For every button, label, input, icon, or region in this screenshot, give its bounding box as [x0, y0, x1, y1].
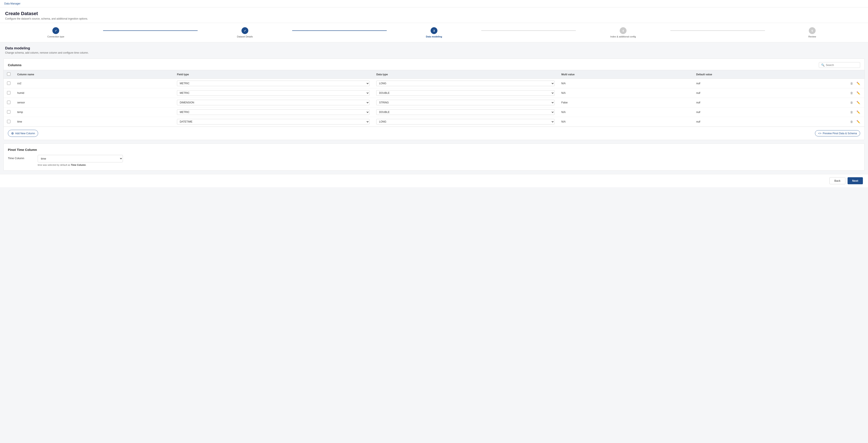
default-value-0: null: [693, 79, 846, 88]
add-col-label: Add New Column: [15, 132, 35, 135]
field-type-select-3[interactable]: METRICDIMENSIONDATETIME: [177, 109, 370, 115]
step-label-1: Connection type: [47, 35, 64, 38]
page-title: Create Dataset: [5, 11, 863, 16]
col-name-2: sensor: [14, 98, 174, 107]
page-wrapper: Data Manager Create Dataset Configure th…: [0, 0, 868, 443]
time-hint-emphasis: Time Column: [71, 164, 86, 166]
step-5: 5 Review: [765, 27, 860, 38]
columns-table: Column name Field type Data type Multi v…: [4, 70, 864, 127]
field-type-select-1[interactable]: METRICDIMENSIONDATETIME: [177, 90, 370, 96]
step-number-3: 3: [433, 29, 435, 32]
data-modeling-title: Data modeling: [5, 46, 863, 50]
step-circle-2: ✓: [242, 27, 248, 34]
th-column-name: Column name: [14, 70, 174, 79]
step-2: ✓ Dataset Details: [197, 27, 292, 38]
breadcrumb: Data Manager: [0, 0, 868, 7]
select-all-checkbox[interactable]: [7, 72, 10, 76]
data-type-select-0[interactable]: LONGDOUBLESTRINGBOOLEANINTFLOAT: [376, 81, 555, 86]
delete-row-0-button[interactable]: 🗑: [849, 81, 854, 86]
multi-value-3: N/A: [558, 107, 693, 117]
multi-value-4: N/A: [558, 117, 693, 127]
default-value-1: null: [693, 88, 846, 98]
delete-row-3-button[interactable]: 🗑: [849, 110, 854, 114]
time-column-select[interactable]: timeco2humidsensortemp: [38, 155, 123, 162]
field-type-select-2[interactable]: METRICDIMENSIONDATETIME: [177, 100, 370, 105]
time-section-title: Pinot Time Column: [8, 148, 860, 151]
stepper: ✓ Connection type ✓ Dataset Details 3 Da…: [8, 27, 860, 38]
th-checkbox: [4, 70, 14, 79]
stepper-container: ✓ Connection type ✓ Dataset Details 3 Da…: [0, 23, 868, 42]
default-value-3: null: [693, 107, 846, 117]
table-row: sensorMETRICDIMENSIONDATETIMELONGDOUBLES…: [4, 98, 864, 107]
step-checkmark-2: ✓: [244, 29, 246, 32]
data-modeling-header: Data modeling Change schema, add column,…: [0, 42, 868, 55]
step-circle-5: 5: [809, 27, 816, 34]
edit-row-4-button[interactable]: ✏️: [856, 120, 861, 124]
row-checkbox-2[interactable]: [7, 101, 10, 104]
code-icon: <>: [818, 132, 822, 135]
step-label-2: Dataset Details: [237, 35, 253, 38]
data-type-select-1[interactable]: LONGDOUBLESTRINGBOOLEANINTFLOAT: [376, 90, 555, 96]
table-row: co2METRICDIMENSIONDATETIMELONGDOUBLESTRI…: [4, 79, 864, 88]
th-multi-value: Multi value: [558, 70, 693, 79]
search-box[interactable]: 🔍: [819, 62, 860, 68]
time-hint-middle: was selected by default as: [43, 164, 71, 166]
step-circle-1: ✓: [52, 27, 59, 34]
step-1: ✓ Connection type: [8, 27, 103, 38]
time-field-row: Time Column timeco2humidsensortemp time …: [8, 155, 860, 166]
pinot-time-column-section: Pinot Time Column Time Column timeco2hum…: [3, 143, 865, 171]
step-connector-1-2: [103, 30, 197, 31]
row-checkbox-3[interactable]: [7, 110, 10, 114]
step-circle-4: 4: [620, 27, 626, 34]
step-label-3: Data modeling: [426, 35, 442, 38]
step-label-4: Index & additional config: [610, 35, 636, 38]
multi-value-1: N/A: [558, 88, 693, 98]
search-icon: 🔍: [821, 63, 825, 67]
row-actions-4: 🗑 ✏️: [849, 120, 861, 124]
field-type-select-4[interactable]: METRICDIMENSIONDATETIME: [177, 119, 370, 125]
row-actions-3: 🗑 ✏️: [849, 110, 861, 114]
back-button[interactable]: Back: [830, 177, 845, 184]
bottom-action-bar: Back Next: [0, 174, 868, 187]
time-hint-suffix: .: [86, 164, 86, 166]
th-field-type: Field type: [174, 70, 373, 79]
step-4: 4 Index & additional config: [576, 27, 671, 38]
edit-row-0-button[interactable]: ✏️: [856, 81, 861, 86]
search-input[interactable]: [826, 64, 858, 67]
default-value-2: null: [693, 98, 846, 107]
time-column-label: Time Column: [8, 155, 33, 160]
th-default-value: Default value: [693, 70, 846, 79]
th-actions: [846, 70, 864, 79]
delete-row-2-button[interactable]: 🗑: [849, 100, 854, 105]
row-actions-0: 🗑 ✏️: [849, 81, 861, 86]
preview-schema-button[interactable]: <> Preview Pinot Data & Schema: [815, 130, 860, 136]
data-type-select-3[interactable]: LONGDOUBLESTRINGBOOLEANINTFLOAT: [376, 109, 555, 115]
table-row: timeMETRICDIMENSIONDATETIMELONGDOUBLESTR…: [4, 117, 864, 127]
breadcrumb-parent-link[interactable]: Data Manager: [4, 2, 21, 5]
delete-row-4-button[interactable]: 🗑: [849, 120, 854, 124]
edit-row-3-button[interactable]: ✏️: [856, 110, 861, 114]
time-hint: time was selected by default as Time Col…: [38, 164, 123, 166]
next-button[interactable]: Next: [847, 177, 863, 184]
page-subtitle: Configure the dataset's source, schema, …: [5, 17, 863, 20]
data-type-select-2[interactable]: LONGDOUBLESTRINGBOOLEANINTFLOAT: [376, 100, 555, 105]
columns-footer: ⊕ Add New Column <> Preview Pinot Data &…: [4, 127, 864, 140]
edit-row-1-button[interactable]: ✏️: [856, 91, 861, 95]
row-checkbox-1[interactable]: [7, 91, 10, 95]
row-checkbox-4[interactable]: [7, 120, 10, 123]
table-body: co2METRICDIMENSIONDATETIMELONGDOUBLESTRI…: [4, 79, 864, 127]
step-checkmark-1: ✓: [55, 29, 57, 32]
row-checkbox-0[interactable]: [7, 81, 10, 85]
columns-section-header: Columns 🔍: [4, 59, 864, 70]
multi-value-0: N/A: [558, 79, 693, 88]
page-header: Create Dataset Configure the dataset's s…: [0, 7, 868, 23]
step-label-5: Review: [808, 35, 816, 38]
add-new-column-button[interactable]: ⊕ Add New Column: [8, 130, 38, 137]
col-name-4: time: [14, 117, 174, 127]
col-name-1: humid: [14, 88, 174, 98]
default-value-4: null: [693, 117, 846, 127]
field-type-select-0[interactable]: METRICDIMENSIONDATETIME: [177, 81, 370, 86]
delete-row-1-button[interactable]: 🗑: [849, 91, 854, 95]
edit-row-2-button[interactable]: ✏️: [856, 100, 861, 105]
data-type-select-4[interactable]: LONGDOUBLESTRINGBOOLEANINTFLOAT: [376, 119, 555, 125]
